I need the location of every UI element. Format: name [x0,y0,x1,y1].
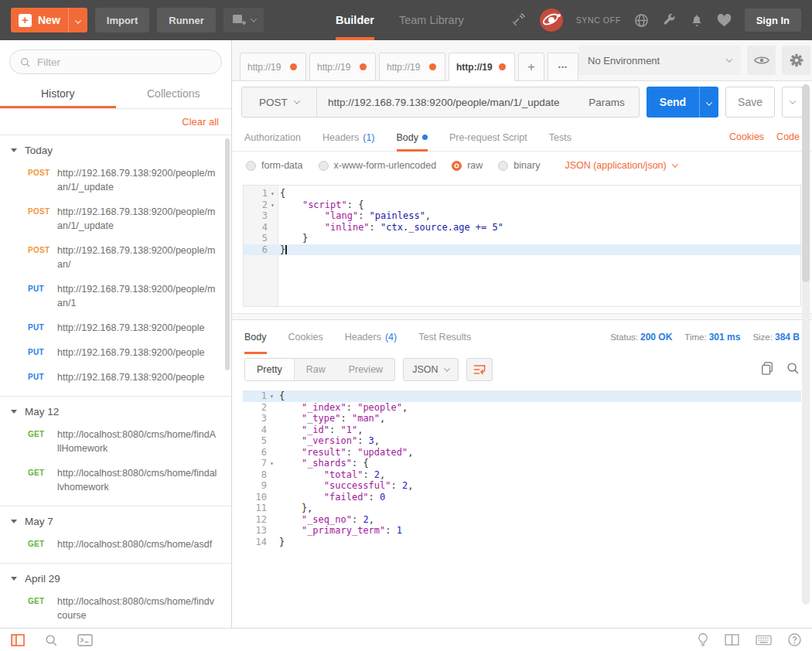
history-item[interactable]: PUThttp://192.168.79.138:9200/people [0,340,231,365]
token: "1" [340,424,357,435]
code-line[interactable]: 4 "inline": "ctx._source.age += 5" [244,222,800,233]
environment-select[interactable]: No Environment [578,46,741,75]
tab-cookies[interactable]: Cookies [288,320,323,354]
body-mode-form-data[interactable]: form-data [246,160,303,171]
environment-quicklook-button[interactable] [747,46,776,75]
clear-all-link[interactable]: Clear all [182,116,219,128]
method-select[interactable]: POST [242,97,316,108]
body-mode-x-www-form-urlencoded[interactable]: x-www-form-urlencoded [319,160,437,171]
method-badge: GET [28,466,57,494]
history-item[interactable]: PUThttp://192.168.79.138:9200/people/man… [0,277,231,315]
sync-status[interactable]: SYNC OFF [576,15,621,25]
heart-icon[interactable] [717,13,732,27]
history-group-header[interactable]: May 12 [0,397,231,422]
cookies-link[interactable]: Cookies [729,131,764,142]
two-pane-icon[interactable] [725,634,739,646]
code-line[interactable]: 1▾{ [244,188,800,199]
request-tab[interactable]: http://19 [309,53,376,81]
save-button[interactable]: Save [725,87,775,118]
nav-tab-team-library[interactable]: Team Library [399,0,464,40]
line-gutter: 11 [243,503,277,514]
satellite-icon[interactable] [510,12,527,29]
history-item[interactable]: POSThttp://192.168.79.138:9200/people/ma… [0,161,231,199]
view-mode-preview[interactable]: Preview [337,359,394,380]
sign-in-button[interactable]: Sign In [745,9,801,32]
code-link[interactable]: Code [776,131,800,142]
history-item[interactable]: PUThttp://192.168.79.138:9200/people [0,315,231,340]
tab-body[interactable]: Body [244,320,267,354]
body-mode-binary[interactable]: binary [498,160,540,171]
new-tab-button[interactable]: + [518,53,544,81]
history-item[interactable]: GEThttp://localhost:8080/cms/home/findvc… [0,589,231,628]
sidebar-scrollbar[interactable] [225,138,230,370]
search-icon [19,56,31,68]
history-group-header[interactable]: April 29 [0,564,231,589]
history-group-header[interactable]: May 7 [0,506,231,532]
console-icon[interactable] [77,634,93,646]
filter-input[interactable] [37,56,207,68]
history-item[interactable]: GEThttp://localhost:8080/cms/home/findAl… [0,422,231,461]
save-dropdown-button[interactable] [782,87,803,118]
history-item[interactable]: GEThttp://localhost:8080/cms/home/asdf [0,532,231,557]
wrap-lines-button[interactable] [466,358,493,381]
send-button[interactable]: Send [647,87,718,118]
body-mode-raw[interactable]: raw [452,160,483,171]
nav-tab-builder[interactable]: Builder [336,0,374,40]
send-dropdown-button[interactable] [700,97,718,108]
history-item[interactable]: POSThttp://192.168.79.138:9200/people/ma… [0,199,231,238]
history-item[interactable]: POSThttp://192.168.79.138:9200/people/ma… [0,238,231,277]
url-control: POST http://192.168.79.138:9200/people/m… [241,87,640,118]
token [279,435,302,446]
tab-pre-request-script[interactable]: Pre-request Script [449,123,527,152]
view-mode-pretty[interactable]: Pretty [245,359,295,380]
tab-headers[interactable]: Headers(4) [345,320,397,354]
request-url[interactable]: http://192.168.79.138:9200/people/man/1/… [317,97,575,108]
history-group-header[interactable]: Today [0,135,231,161]
help-icon[interactable] [788,633,801,646]
globe-icon[interactable] [634,13,649,28]
new-button[interactable]: + New [11,8,87,32]
token: "people" [357,402,402,413]
code-line[interactable]: 6} [244,244,800,256]
history-item[interactable]: PUThttp://192.168.79.138:9200/people [0,365,231,390]
history-item[interactable]: GEThttp://localhost:8080/cms/home/findal… [0,461,231,499]
params-button[interactable]: Params [575,97,639,108]
code-line[interactable]: 3 "lang": "painless", [244,210,800,222]
pane-splitter[interactable] [232,313,812,320]
search-icon[interactable] [44,633,58,647]
wrench-icon[interactable] [662,13,677,28]
tab-test-results[interactable]: Test Results [418,320,471,354]
tab-body[interactable]: Body [397,123,428,152]
keyboard-icon[interactable] [756,635,772,646]
more-tabs-button[interactable]: ••• [548,53,578,81]
line-number: 2 [261,402,267,414]
line-number: 6 [262,244,268,256]
bulb-icon[interactable] [698,632,708,647]
runner-button[interactable]: Runner [157,8,216,32]
view-mode-raw[interactable]: Raw [295,359,337,380]
environment-settings-button[interactable] [782,46,810,75]
proxy-icon[interactable] [540,9,563,32]
content-type-select[interactable]: JSON (application/json) [565,160,677,171]
search-response-button[interactable] [786,361,800,378]
request-tab[interactable]: http://19 [449,53,515,81]
tab-headers[interactable]: Headers(1) [322,123,375,152]
scrollbar-thumb[interactable] [802,84,810,282]
copy-response-button[interactable] [760,361,774,378]
main-scrollbar[interactable] [802,84,810,605]
code-line[interactable]: 2▾ "script": { [244,199,800,211]
new-dropdown-button[interactable] [69,15,87,26]
request-tab[interactable]: http://19 [240,53,306,81]
tab-authorization[interactable]: Authorization [244,123,301,152]
new-window-button[interactable] [223,8,264,32]
sidebar-tab-history[interactable]: History [0,80,116,108]
bell-icon[interactable] [690,13,704,28]
request-tab[interactable]: http://19 [379,53,445,81]
request-body-editor[interactable]: 1▾{2▾ "script": {3 "lang": "painless",4 … [243,185,801,307]
code-line[interactable]: 5 } [244,233,800,244]
tab-tests[interactable]: Tests [549,123,571,152]
import-button[interactable]: Import [95,8,149,32]
sidebar-tab-collections[interactable]: Collections [116,80,232,108]
panes-toggle-icon[interactable] [11,634,25,646]
response-format-select[interactable]: JSON [403,358,459,381]
